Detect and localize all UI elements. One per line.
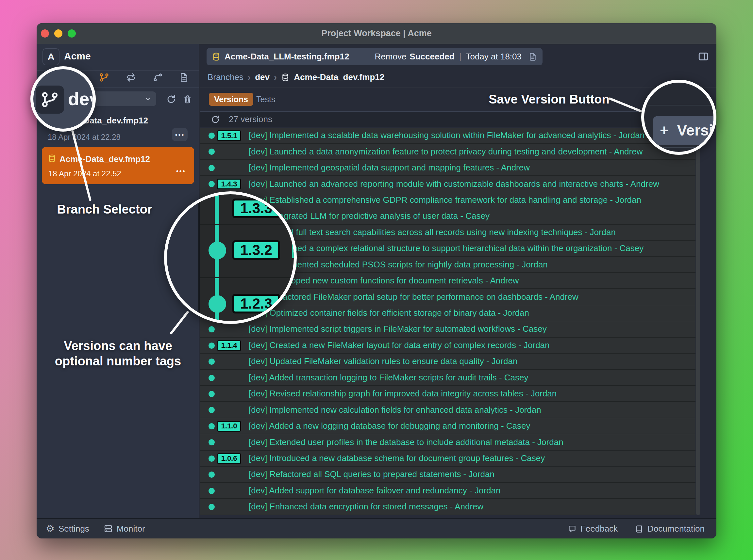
window-title: Project Workspace | Acme [37, 23, 716, 44]
version-row[interactable]: [dev] Implemented geospatial data suppor… [200, 160, 695, 176]
timeline-dot-icon [209, 181, 215, 187]
timeline-dot-icon [209, 359, 215, 365]
minimize-window-button[interactable] [54, 29, 62, 38]
version-row[interactable]: 1.0.6 [dev] Introduced a new database sc… [200, 451, 695, 467]
active-file-chip[interactable]: Acme-Data_LLM-testing.fmp12 Remove Succe… [207, 48, 542, 65]
sidebar-tab-commits[interactable] [150, 70, 166, 85]
version-message: [dev] Added a new logging database for d… [249, 418, 530, 434]
magnified-branch-name: dev [68, 88, 96, 109]
timeline-dot-icon [209, 439, 215, 445]
feedback-icon [568, 524, 577, 533]
version-row[interactable]: [dev] Added transaction logging to FileM… [200, 370, 695, 386]
version-row[interactable]: 1.5.1 [dev] Implemented a scalable data … [200, 128, 695, 144]
version-message: [dev] Enhanced data encryption for store… [249, 499, 483, 514]
version-row[interactable]: [dev] Implemented new calculation fields… [200, 402, 695, 418]
sidebar-tab-files[interactable] [176, 70, 192, 85]
version-row[interactable]: [dev] Implemented script triggers in Fil… [200, 321, 695, 337]
version-message: [dev] Created a new FileMaker layout for… [249, 338, 550, 353]
trash-icon [183, 94, 193, 104]
book-icon [635, 524, 643, 533]
refresh-branch-button[interactable] [165, 93, 178, 106]
documentation-button[interactable]: Documentation [635, 524, 704, 534]
scrollbar[interactable] [696, 128, 700, 515]
version-tag: 1.3.2 [232, 240, 280, 260]
annotation-version-tags-label: Versions can have optional number tags [48, 338, 188, 369]
tab-tests[interactable]: Tests [256, 93, 275, 106]
org-name: Acme [64, 48, 91, 64]
delete-branch-button[interactable] [181, 93, 194, 106]
file-list-item-selected[interactable]: Acme-Data_dev.fmp12 18 Apr 2024 at 22.52… [42, 147, 194, 184]
divider [200, 224, 294, 225]
version-row[interactable]: 1.1.0 [dev] Added a new logging database… [200, 418, 695, 434]
settings-button[interactable]: ⚙ Settings [46, 524, 89, 534]
version-message: [dev] Added support for database failove… [249, 483, 500, 498]
timeline-dot-icon [209, 456, 215, 462]
version-row[interactable]: 1.4.3 [dev] Launched an advanced reporti… [200, 176, 695, 192]
version-tag: 1.1.4 [217, 340, 241, 351]
save-version-button[interactable]: + Version [653, 116, 716, 145]
file-menu-button[interactable]: ●●● [176, 168, 186, 173]
app-window: Project Workspace | Acme A Acme dev Acme… [37, 23, 716, 538]
version-message: [dev] Established a comprehensive GDPR c… [249, 192, 641, 208]
version-message: [dev] Launched a complex relational stru… [249, 241, 643, 256]
version-row[interactable]: [dev] Enhanced data encryption for store… [200, 499, 695, 515]
version-row[interactable]: [dev] Extended user profiles in the data… [200, 434, 695, 450]
timeline-dot-icon [209, 148, 215, 155]
close-window-button[interactable] [41, 29, 49, 38]
refresh-versions-button[interactable] [211, 115, 220, 124]
timeline-dot-icon [209, 488, 215, 494]
version-message: [dev] Refactored FileMaker portal setup … [249, 289, 578, 304]
feedback-button[interactable]: Feedback [568, 524, 618, 534]
documentation-label: Documentation [648, 524, 704, 534]
version-row[interactable]: 1.3.3 [dev] Established a comprehensive … [200, 192, 695, 208]
divider [200, 277, 294, 278]
status-divider: | [459, 52, 462, 62]
version-message: [dev] Implemented a scalable data wareho… [249, 128, 644, 143]
file-timestamp: 18 Apr 2024 at 22.28 [48, 133, 121, 142]
magnifier-circle-branch: dev [31, 66, 96, 132]
maximize-window-button[interactable] [67, 29, 76, 38]
version-row[interactable]: [dev] Launched a data anonymization feat… [200, 144, 695, 160]
version-row[interactable]: 1.2.1 [dev] Optimized container fields f… [200, 305, 695, 321]
settings-label: Settings [58, 524, 89, 534]
annotation-line-1: Versions can have [48, 338, 188, 354]
version-row[interactable]: [dev] Refactored all SQL queries to prep… [200, 467, 695, 483]
server-icon [103, 524, 113, 533]
timeline-dot-icon [209, 295, 226, 313]
titlebar: Project Workspace | Acme [37, 23, 716, 44]
version-row[interactable]: [dev] Revised relationship graph for imp… [200, 386, 695, 402]
version-message: [dev] Added full text search capabilitie… [249, 225, 616, 240]
org-logo[interactable]: A [42, 48, 59, 65]
chevron-down-icon [144, 95, 152, 103]
sidebar-tab-sync[interactable] [123, 70, 139, 85]
file-menu-button[interactable]: ●●● [172, 128, 188, 141]
timeline-dot-icon [209, 407, 215, 413]
versions-header: 27 versions [200, 111, 716, 127]
monitor-button[interactable]: Monitor [103, 524, 145, 534]
magnifier-circle-save-version: + Version [641, 80, 716, 155]
version-message: [dev] Refactored all SQL queries to prep… [249, 467, 495, 482]
sidebar-tab-branches[interactable] [97, 70, 112, 85]
timeline-dot-icon [209, 326, 215, 333]
panel-toggle-button[interactable] [697, 51, 709, 62]
version-row[interactable]: 1.1.4 [dev] Created a new FileMaker layo… [200, 338, 695, 354]
version-message: [dev] Launched a data anonymization feat… [249, 144, 642, 159]
tab-versions[interactable]: Versions [209, 93, 253, 106]
breadcrumb-chevron-icon: › [248, 73, 251, 82]
version-message: [dev] Implemented geospatial data suppor… [249, 160, 530, 175]
file-name: Acme-Data_dev.fmp12 [59, 154, 150, 164]
status-result: Succeeded [409, 52, 454, 62]
active-file-name: Acme-Data_LLM-testing.fmp12 [225, 52, 349, 62]
version-message: [dev] Implemented new calculation fields… [249, 402, 541, 417]
version-row[interactable]: [dev] Updated FileMaker validation rules… [200, 354, 695, 369]
breadcrumb-branch[interactable]: dev [255, 72, 270, 82]
version-message: [dev] Introduced a new database schema f… [249, 451, 545, 466]
refresh-icon [166, 94, 176, 104]
version-row[interactable]: [dev] Added support for database failove… [200, 483, 695, 499]
timeline-dot-icon [209, 375, 215, 381]
breadcrumb-branches-link[interactable]: Branches [208, 72, 244, 82]
version-message: [dev] Added transaction logging to FileM… [249, 370, 528, 385]
file-icon [179, 72, 189, 83]
timeline-dot-icon [209, 242, 226, 259]
log-document-icon[interactable] [528, 52, 537, 61]
